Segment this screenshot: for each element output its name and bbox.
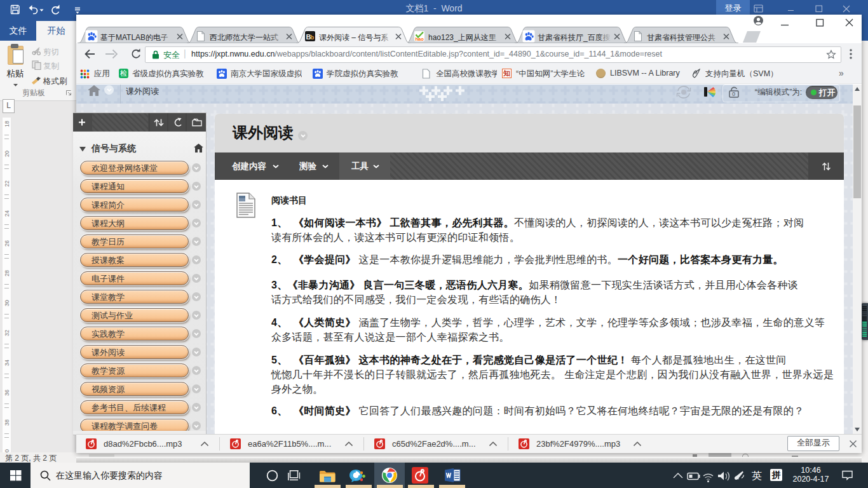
svg-text:西北师范大学一站式: 西北师范大学一站式 bbox=[210, 33, 278, 42]
svg-text:甘肃省科技管理公共: 甘肃省科技管理公共 bbox=[647, 33, 715, 42]
svg-text:b: b bbox=[311, 34, 315, 41]
svg-text:hao123_上网从这里: hao123_上网从这里 bbox=[428, 33, 497, 42]
svg-text:0: 0 bbox=[732, 91, 735, 97]
svg-text:基于MATLAB的电子: 基于MATLAB的电子 bbox=[100, 33, 168, 42]
svg-text:课外阅读 – 信号与系: 课外阅读 – 信号与系 bbox=[319, 33, 388, 42]
svg-text:hao: hao bbox=[416, 36, 424, 42]
